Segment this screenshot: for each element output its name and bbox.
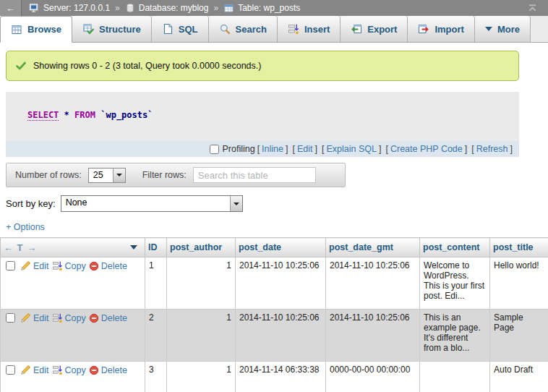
main-content: Showing rows 0 - 2 (3 total, Query took … bbox=[0, 51, 548, 392]
column-header-id[interactable]: ID bbox=[145, 238, 167, 257]
results-table: ← T → ID post_author post_date post_date… bbox=[0, 237, 548, 392]
chevron-down-icon bbox=[230, 196, 242, 211]
cell-id: 3 bbox=[145, 362, 167, 392]
refresh-link[interactable]: Refresh bbox=[476, 144, 508, 154]
sql-table-identifier: `wp_posts` bbox=[100, 110, 153, 120]
pencil-icon bbox=[20, 260, 31, 271]
browse-icon bbox=[11, 24, 22, 35]
delete-link[interactable]: Delete bbox=[89, 313, 127, 323]
explain-sql-link[interactable]: Explain SQL bbox=[326, 144, 376, 154]
sql-icon bbox=[162, 23, 174, 35]
pencil-icon bbox=[20, 312, 31, 323]
breadcrumb-table[interactable]: Table: wp_posts bbox=[238, 3, 300, 13]
profiling-checkbox[interactable] bbox=[210, 145, 219, 154]
cell-post-date: 2014-11-14 06:33:38 bbox=[236, 362, 326, 392]
query-actions-bar: Profiling [Inline] [Edit] [Explain SQL] … bbox=[6, 141, 519, 157]
tab-insert[interactable]: Insert bbox=[278, 16, 341, 42]
tab-bar: Browse Structure SQL Search Insert Expor… bbox=[0, 16, 548, 43]
column-toggle-arrows[interactable]: ← T → bbox=[4, 242, 37, 253]
column-header-post-date[interactable]: post_date bbox=[236, 238, 326, 257]
sort-by-key-select[interactable]: None bbox=[61, 195, 243, 212]
back-button[interactable]: ← bbox=[0, 0, 22, 16]
edit-link[interactable]: Edit bbox=[20, 260, 49, 271]
sql-keyword-select[interactable]: SELECT bbox=[27, 110, 59, 121]
table-icon bbox=[223, 3, 234, 14]
edit-link[interactable]: Edit bbox=[20, 365, 49, 375]
profiling-label: Profiling bbox=[222, 144, 254, 154]
column-header-post-title[interactable]: post_title bbox=[490, 238, 548, 257]
cell-post-author: 1 bbox=[167, 362, 236, 392]
delete-icon bbox=[89, 313, 99, 323]
scroll-to-top-button[interactable] bbox=[527, 3, 538, 14]
row-select-checkbox[interactable] bbox=[6, 313, 15, 323]
copy-icon bbox=[52, 365, 63, 375]
status-message: Showing rows 0 - 2 (3 total, Query took … bbox=[6, 51, 519, 81]
success-check-icon bbox=[15, 60, 27, 72]
rows-count-select[interactable]: 25 bbox=[88, 168, 126, 183]
sort-by-key-label: Sort by key: bbox=[6, 198, 56, 209]
delete-link[interactable]: Delete bbox=[89, 261, 127, 271]
import-icon bbox=[418, 23, 429, 35]
cell-post-date-gmt: 0000-00-00 00:00:00 bbox=[326, 362, 420, 392]
database-icon bbox=[125, 3, 135, 13]
column-header-post-date-gmt[interactable]: post_date_gmt bbox=[326, 238, 420, 257]
column-header-post-content[interactable]: post_content bbox=[420, 238, 490, 257]
delete-icon bbox=[89, 261, 99, 271]
chevron-down-icon bbox=[485, 27, 492, 31]
breadcrumb-server[interactable]: Server: 127.0.0.1 bbox=[43, 3, 110, 13]
breadcrumb-trail: Server: 127.0.0.1 » Database: myblog » T… bbox=[22, 3, 527, 14]
actions-column-header: ← T → bbox=[1, 238, 145, 257]
cell-post-title: Hello world! bbox=[490, 257, 548, 310]
edit-link[interactable]: Edit bbox=[20, 312, 49, 323]
sql-keyword-from: FROM bbox=[74, 110, 95, 120]
filter-rows-input[interactable] bbox=[193, 167, 316, 183]
breadcrumb-database[interactable]: Database: myblog bbox=[139, 3, 209, 13]
cell-post-content: Welcome to WordPress. This is your first… bbox=[420, 257, 490, 310]
status-message-text: Showing rows 0 - 2 (3 total, Query took … bbox=[33, 61, 261, 71]
pencil-icon bbox=[20, 365, 31, 375]
inline-link[interactable]: Inline bbox=[262, 144, 283, 154]
breadcrumb-separator: » bbox=[115, 3, 120, 13]
tab-search[interactable]: Search bbox=[209, 16, 278, 42]
delete-icon bbox=[89, 365, 99, 375]
search-icon bbox=[219, 23, 231, 35]
row-select-checkbox[interactable] bbox=[6, 365, 15, 375]
table-row: Edit Copy Delete 2 1 2014-11-10 10:25:06… bbox=[1, 310, 548, 362]
column-header-post-author[interactable]: post_author bbox=[167, 238, 236, 257]
delete-link[interactable]: Delete bbox=[89, 365, 127, 375]
row-select-checkbox[interactable] bbox=[6, 261, 15, 270]
tab-export[interactable]: Export bbox=[341, 16, 408, 42]
create-php-code-link[interactable]: Create PHP Code bbox=[390, 144, 463, 154]
copy-link[interactable]: Copy bbox=[52, 312, 86, 323]
cell-post-date: 2014-11-10 10:25:06 bbox=[236, 310, 326, 362]
server-icon bbox=[29, 3, 40, 14]
cell-post-author: 1 bbox=[167, 310, 236, 362]
copy-icon bbox=[52, 312, 63, 323]
row-actions-cell: Edit Copy Delete bbox=[1, 257, 145, 310]
chevron-down-icon bbox=[113, 169, 125, 182]
structure-icon bbox=[82, 23, 94, 35]
sql-query-box: SELECT * FROM `wp_posts` Profiling [Inli… bbox=[6, 92, 519, 157]
options-toggle-link[interactable]: + Options bbox=[6, 222, 45, 232]
table-row: Edit Copy Delete 1 1 2014-11-10 10:25:06… bbox=[1, 257, 548, 310]
insert-icon bbox=[288, 23, 299, 35]
back-arrow-icon: ← bbox=[6, 3, 15, 14]
tab-more[interactable]: More bbox=[475, 16, 531, 42]
tab-structure[interactable]: Structure bbox=[72, 16, 152, 42]
cell-post-date-gmt: 2014-11-10 10:25:06 bbox=[326, 257, 420, 310]
tab-import[interactable]: Import bbox=[408, 16, 474, 42]
copy-link[interactable]: Copy bbox=[52, 365, 86, 375]
cell-post-content: This is an example page. It's different … bbox=[420, 310, 490, 362]
rows-filter-bar: Number of rows: 25 Filter rows: bbox=[6, 163, 346, 187]
breadcrumb: ← Server: 127.0.0.1 » Database: myblog »… bbox=[0, 0, 548, 16]
copy-link[interactable]: Copy bbox=[52, 260, 86, 271]
edit-query-link[interactable]: Edit bbox=[297, 144, 313, 154]
copy-icon bbox=[52, 260, 63, 271]
column-options-dropdown-icon[interactable] bbox=[130, 245, 137, 250]
rows-count-label: Number of rows: bbox=[15, 170, 82, 180]
row-actions-cell: Edit Copy Delete bbox=[1, 362, 145, 392]
tab-sql[interactable]: SQL bbox=[152, 16, 209, 42]
table-row: Edit Copy Delete 3 1 2014-11-14 06:33:38… bbox=[1, 362, 548, 392]
cell-id: 1 bbox=[145, 257, 167, 310]
tab-browse[interactable]: Browse bbox=[0, 16, 72, 43]
